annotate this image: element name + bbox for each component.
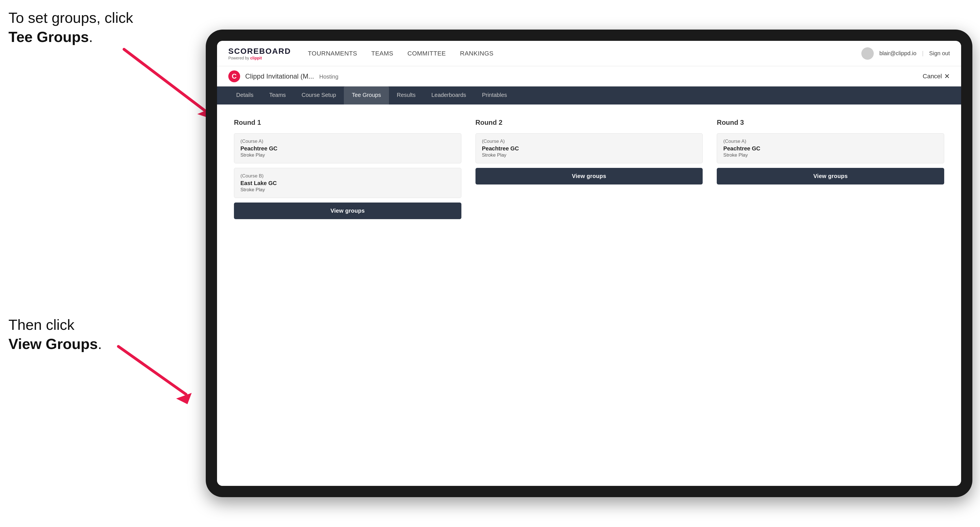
user-avatar — [861, 47, 874, 60]
logo-area: SCOREBOARD Powered by clippit — [228, 47, 291, 60]
round-2-title: Round 2 — [476, 119, 703, 127]
tab-tee-groups[interactable]: Tee Groups — [344, 86, 389, 105]
instruction-bottom-line1: Then click — [8, 317, 75, 333]
round-1-title: Round 1 — [234, 119, 461, 127]
svg-line-2 — [118, 346, 186, 394]
logo-sub: Powered by clippit — [228, 56, 291, 60]
instruction-top-line1: To set groups, click — [8, 10, 133, 26]
round-3-course-a-label: (Course A) — [723, 138, 938, 144]
round-1-column: Round 1 (Course A) Peachtree GC Stroke P… — [234, 119, 461, 219]
tournament-bar: C Clippd Invitational (M... Hosting Canc… — [217, 66, 961, 86]
svg-line-0 — [124, 49, 206, 111]
nav-tournaments[interactable]: TOURNAMENTS — [308, 48, 357, 59]
round-1-course-b-format: Stroke Play — [240, 187, 455, 193]
round-1-view-groups-button[interactable]: View groups — [234, 203, 461, 219]
rounds-container: Round 1 (Course A) Peachtree GC Stroke P… — [234, 119, 944, 219]
round-1-course-a: (Course A) Peachtree GC Stroke Play — [234, 133, 461, 163]
tablet-screen: SCOREBOARD Powered by clippit TOURNAMENT… — [217, 41, 961, 486]
hosting-badge: Hosting — [319, 73, 339, 80]
tournament-icon: C — [228, 70, 240, 82]
logo-text: SCOREBOARD — [228, 47, 291, 56]
instruction-top-line2: Tee Groups — [8, 29, 89, 45]
sign-out-link[interactable]: Sign out — [929, 50, 950, 57]
tournament-name: Clippd Invitational (M... Hosting — [245, 72, 923, 80]
tab-details[interactable]: Details — [228, 86, 261, 105]
round-2-course-a-format: Stroke Play — [482, 152, 697, 158]
tablet-frame: SCOREBOARD Powered by clippit TOURNAMENT… — [206, 30, 972, 497]
round-3-course-a-name: Peachtree GC — [723, 145, 938, 152]
sub-nav: Details Teams Course Setup Tee Groups Re… — [217, 86, 961, 105]
user-email: blair@clippd.io — [880, 50, 916, 57]
tab-course-setup[interactable]: Course Setup — [294, 86, 344, 105]
round-1-course-a-format: Stroke Play — [240, 152, 455, 158]
tab-teams[interactable]: Teams — [261, 86, 294, 105]
nav-right: blair@clippd.io | Sign out — [861, 47, 950, 60]
tab-results[interactable]: Results — [389, 86, 424, 105]
round-3-view-groups-button[interactable]: View groups — [717, 168, 944, 184]
round-2-column: Round 2 (Course A) Peachtree GC Stroke P… — [476, 119, 703, 219]
round-2-course-a-name: Peachtree GC — [482, 145, 697, 152]
nav-separator: | — [922, 50, 923, 57]
round-3-course-a-format: Stroke Play — [723, 152, 938, 158]
round-1-course-a-label: (Course A) — [240, 138, 455, 144]
round-2-course-a-label: (Course A) — [482, 138, 697, 144]
instruction-bottom: Then click View Groups. — [8, 316, 102, 354]
nav-rankings[interactable]: RANKINGS — [460, 48, 493, 59]
round-1-course-b: (Course B) East Lake GC Stroke Play — [234, 168, 461, 198]
nav-links: TOURNAMENTS TEAMS COMMITTEE RANKINGS — [308, 48, 861, 59]
round-3-column: Round 3 (Course A) Peachtree GC Stroke P… — [717, 119, 944, 219]
nav-teams[interactable]: TEAMS — [371, 48, 393, 59]
main-content: Round 1 (Course A) Peachtree GC Stroke P… — [217, 105, 961, 486]
cancel-icon: ✕ — [944, 72, 950, 80]
instruction-bottom-line2: View Groups — [8, 336, 98, 352]
round-3-title: Round 3 — [717, 119, 944, 127]
round-1-course-b-label: (Course B) — [240, 173, 455, 179]
tab-printables[interactable]: Printables — [474, 86, 515, 105]
round-3-course-a: (Course A) Peachtree GC Stroke Play — [717, 133, 944, 163]
tab-leaderboards[interactable]: Leaderboards — [423, 86, 474, 105]
clippit-brand: clippit — [250, 56, 262, 60]
arrow-bottom — [102, 341, 192, 408]
instruction-top-period: . — [89, 29, 93, 45]
round-2-view-groups-button[interactable]: View groups — [476, 168, 703, 184]
round-1-course-a-name: Peachtree GC — [240, 145, 455, 152]
round-2-course-a: (Course A) Peachtree GC Stroke Play — [476, 133, 703, 163]
cancel-button[interactable]: Cancel ✕ — [923, 72, 950, 80]
nav-committee[interactable]: COMMITTEE — [407, 48, 446, 59]
top-nav: SCOREBOARD Powered by clippit TOURNAMENT… — [217, 41, 961, 66]
round-1-course-b-name: East Lake GC — [240, 180, 455, 186]
svg-marker-3 — [176, 393, 192, 404]
